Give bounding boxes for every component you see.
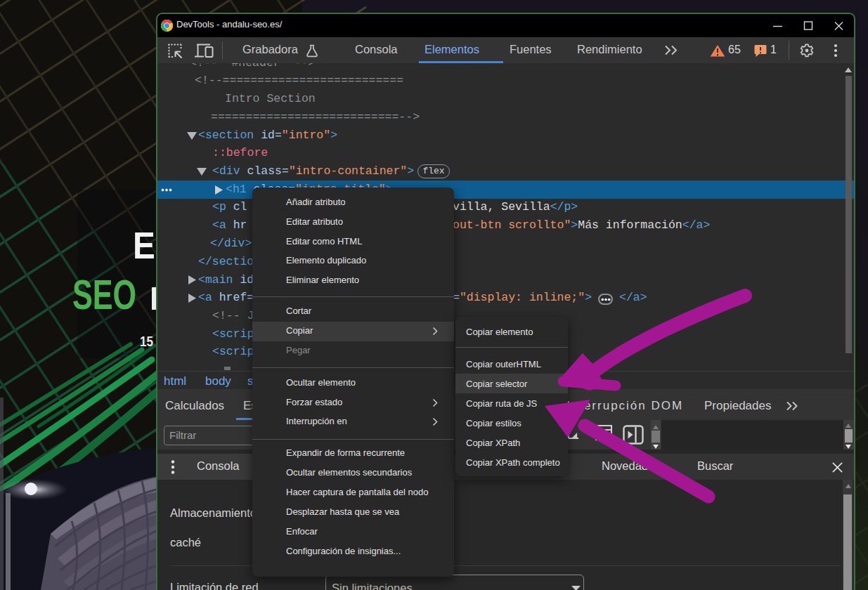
svg-text:15: 15 <box>140 334 153 349</box>
svg-text:SEO: SEO <box>72 272 136 318</box>
